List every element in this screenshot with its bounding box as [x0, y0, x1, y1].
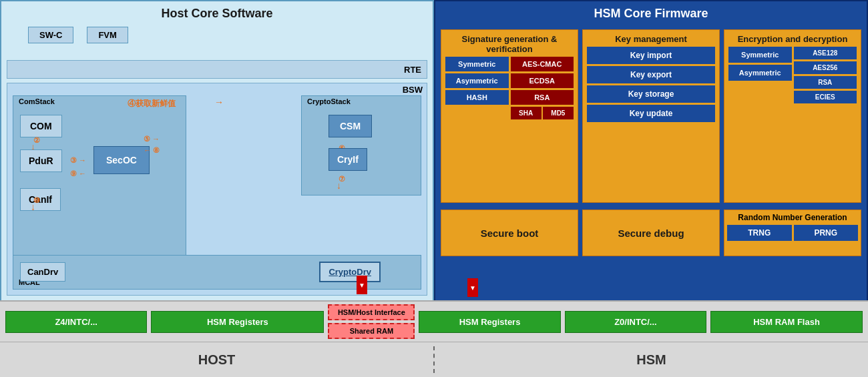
arrow-8: ← ⑧: [144, 146, 160, 155]
comstack-area: ComStack COM ② ↓ PduR ③ → ⑨ ← CanIf ⑩ ↓ …: [13, 95, 186, 258]
cryif-box: CryIf: [329, 148, 367, 171]
rte-label: RTE: [404, 65, 421, 75]
sha-md5-row: SHA MD5: [511, 107, 574, 119]
arrow-5: ⑤ →: [144, 135, 160, 143]
hsm-registers-host-box: HSM Registers: [151, 311, 324, 333]
arrow-9: ⑨ ←: [70, 169, 86, 178]
sig-gen-title: Signature generation & verification: [445, 34, 574, 54]
get-fresh-label: ④获取新鲜值: [128, 98, 176, 109]
asymmetric-cell: Asymmetric: [445, 73, 509, 88]
bsw-container: BSW ComStack COM ② ↓ PduR ③ → ⑨ ← CanIf …: [7, 83, 427, 296]
bottom-labels-row: HOST HSM: [0, 342, 868, 377]
top-boxes: SW-C FVM: [28, 27, 128, 43]
sig-left-col: Symmetric Asymmetric HASH: [445, 57, 509, 119]
trng-cell: TRNG: [727, 225, 792, 241]
hash-cell: HASH: [445, 90, 509, 105]
secure-boot-box: Secure boot: [441, 210, 578, 256]
sig-right-col: AES-CMAC ECDSA RSA SHA MD5: [511, 57, 574, 119]
left-panel-title: Host Core Software: [7, 7, 427, 21]
cryptostack-area: CryptoStack CSM ⑥ ↓ CryIf ⑦ ↓: [301, 95, 421, 196]
symmetric-cell: Symmetric: [445, 57, 509, 71]
shared-ram-box: Shared RAM: [328, 323, 415, 339]
rng-cells: TRNG PRNG: [727, 225, 858, 241]
sig-gen-grid: Symmetric Asymmetric HASH AES-CMAC ECDSA…: [445, 57, 574, 119]
hsm-registers-hsm-box: HSM Registers: [419, 311, 560, 333]
key-mgmt-box: Key management Key import Key export Key…: [582, 29, 720, 203]
cryptodrv-box: CryptoDrv: [319, 262, 381, 282]
bottom-boxes-row: Z4/INTC/... HSM Registers HSM/Host Inter…: [0, 302, 868, 342]
secure-debug-box: Secure debug: [582, 210, 720, 256]
enc-dec-title: Encryption and decryption: [728, 34, 857, 44]
secoc-box: SecOC: [93, 146, 150, 174]
arrow-3: ③ →: [70, 156, 86, 165]
arrow-7-down: ↓: [337, 180, 341, 191]
rng-title: Random Number Generation: [727, 213, 858, 222]
rsa-cell-enc: RSA: [794, 76, 857, 89]
fvm-box: FVM: [87, 27, 128, 43]
red-arrow-left: ▼: [357, 276, 367, 294]
cryptostack-label: CryptoStack: [307, 97, 351, 105]
bsw-label: BSW: [403, 85, 423, 95]
bottom-area: Z4/INTC/... HSM Registers HSM/Host Inter…: [0, 300, 868, 377]
com-box: COM: [20, 115, 62, 137]
sha-cell: SHA: [511, 107, 541, 119]
hsm-label: HSM: [636, 352, 666, 367]
rng-box: Random Number Generation TRNG PRNG: [724, 210, 861, 256]
red-arrow-hsm: ▼: [467, 278, 478, 297]
right-panel-title: HSM Core Firmware: [441, 7, 861, 21]
swc-box: SW-C: [28, 27, 73, 43]
ase128-cell: ASE128: [794, 47, 857, 59]
enc-dec-box: Encryption and decryption Symmetric Asym…: [724, 29, 861, 203]
enc-right-col: ASE128 AES256 RSA ECIES: [794, 47, 857, 103]
z4-box: Z4/INTC/...: [5, 311, 147, 333]
prng-cell: PRNG: [794, 225, 859, 241]
key-mgmt-title: Key management: [587, 34, 715, 44]
get-fresh-arrow: →: [214, 97, 224, 107]
host-label: HOST: [198, 352, 236, 367]
pdur-box: PduR: [20, 149, 62, 172]
center-interface-area: HSM/Host Interface Shared RAM: [328, 304, 415, 339]
hsm-host-interface-box: HSM/Host Interface: [328, 304, 415, 320]
key-update: Key update: [587, 105, 715, 122]
ecies-cell: ECIES: [794, 91, 857, 103]
key-import: Key import: [587, 47, 715, 64]
z0-box: Z0/INTC/...: [565, 311, 706, 333]
sig-gen-box: Signature generation & verification Symm…: [441, 29, 578, 203]
aes-cmac-cell: AES-CMAC: [511, 57, 574, 71]
key-mgmt-items: Key import Key export Key storage Key up…: [587, 47, 715, 122]
enc-symmetric: Symmetric: [728, 47, 792, 63]
canif-box: CanIf: [20, 188, 61, 211]
rte-bar: RTE: [7, 60, 427, 79]
ecdsa-cell: ECDSA: [511, 73, 574, 88]
enc-left-col: Symmetric Asymmetric: [728, 47, 792, 103]
hsm-bottom-row: Secure boot Secure debug Random Number G…: [441, 210, 861, 256]
md5-cell: MD5: [543, 107, 574, 119]
enc-asymmetric: Asymmetric: [728, 65, 792, 81]
main-container: Host Core Software SW-C FVM ①发送信号 RTE BS…: [0, 0, 868, 377]
hsm-top-grid: Signature generation & verification Symm…: [441, 29, 861, 203]
csm-box: CSM: [329, 115, 372, 137]
rsa-cell-sig: RSA: [511, 90, 574, 105]
hsm-ram-flash-box: HSM RAM Flash: [710, 311, 863, 333]
key-storage: Key storage: [587, 85, 715, 103]
comstack-label: ComStack: [19, 97, 55, 105]
arrow-down-10: ↓: [31, 202, 35, 212]
candrv-box: CanDrv: [20, 262, 65, 282]
enc-dec-grid: Symmetric Asymmetric ASE128 AES256 RSA E…: [728, 47, 857, 103]
key-export: Key export: [587, 66, 715, 83]
aes256-cell: AES256: [794, 61, 857, 74]
